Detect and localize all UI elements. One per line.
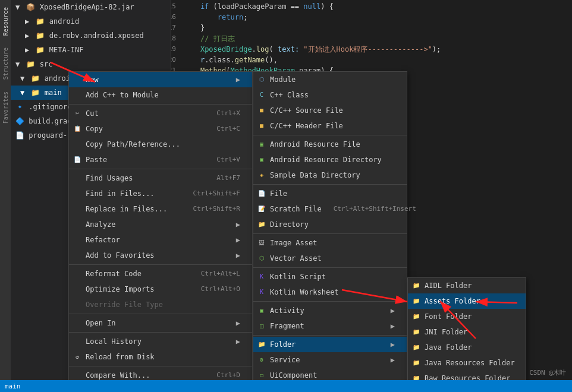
- module-icon: ⬡: [257, 75, 266, 84]
- arrow-icon-analyze: ▶: [236, 219, 240, 230]
- arrow-icon-fragment: ▶: [391, 320, 395, 332]
- menu-item-add-favorites[interactable]: Add to Favorites ▶: [69, 248, 252, 263]
- menu-item-replace-files[interactable]: Replace in Files... Ctrl+Shift+R: [69, 201, 252, 217]
- sample-data-icon: ◈: [257, 170, 266, 180]
- menu-item-find-usages[interactable]: Find Usages Alt+F7: [69, 170, 252, 186]
- arrow-icon-service: ▶: [391, 354, 395, 366]
- folder-arrow-6: ▼: [20, 88, 24, 97]
- fragment-icon: ◫: [257, 321, 266, 331]
- sep-new-4: [253, 267, 407, 268]
- menu-item-analyze[interactable]: Analyze ▶: [69, 217, 252, 232]
- panel-tab-favorites[interactable]: Favorites: [1, 87, 10, 128]
- menu-item-local-history[interactable]: Local History ▶: [69, 334, 252, 349]
- menu-item-add-cpp[interactable]: Add C++ to Module: [69, 87, 252, 103]
- menu-item-open-in[interactable]: Open In ▶: [69, 315, 252, 331]
- aidl-folder-icon: 📁: [411, 281, 421, 290]
- folder-item-java-res[interactable]: 📁 Java Resources Folder: [408, 355, 526, 371]
- paste-icon: 📄: [73, 155, 82, 165]
- menu-item-optimize[interactable]: Optimize Imports Ctrl+Alt+O: [69, 282, 252, 297]
- submenu-item-scratch[interactable]: 📝 Scratch File Ctrl+Alt+Shift+Insert: [253, 201, 407, 217]
- submenu-item-service[interactable]: ⚙ Service ▶: [253, 352, 407, 368]
- cpp-hdr-icon: ■: [257, 121, 266, 131]
- separator-4: [69, 314, 252, 314]
- sep-new-3: [253, 233, 407, 234]
- scratch-icon: 📝: [257, 204, 266, 214]
- submenu-item-activity[interactable]: ▣ Activity ▶: [253, 303, 407, 318]
- submenu-item-cpp-hdr[interactable]: ■ C/C++ Header File: [253, 118, 407, 134]
- status-text: main: [5, 382, 21, 390]
- submenu-folder: 📁 AIDL Folder 📁 Assets Folder 📁 Font Fol…: [407, 277, 526, 392]
- menu-item-paste[interactable]: 📄 Paste Ctrl+V: [69, 152, 252, 167]
- service-icon: ⚙: [257, 355, 266, 365]
- sep-new-6: [253, 335, 407, 336]
- java-res-folder-icon: 📁: [411, 358, 421, 368]
- submenu-new: ⬡ Module C C++ Class ■ C/C++ Source File…: [253, 71, 407, 392]
- android-res-icon: ▣: [257, 140, 266, 149]
- folder-item-font[interactable]: 📁 Font Folder: [408, 309, 526, 324]
- vector-icon: ⬡: [257, 254, 266, 263]
- submenu-item-image-asset[interactable]: 🖼 Image Asset: [253, 235, 407, 251]
- folder-arrow: ▶: [25, 17, 29, 26]
- submenu-item-directory[interactable]: 📁 Directory: [253, 217, 407, 232]
- submenu-item-fragment[interactable]: ◫ Fragment ▶: [253, 318, 407, 334]
- submenu-item-kotlin-script[interactable]: K Kotlin Script: [253, 269, 407, 284]
- menu-item-reformat[interactable]: Reformat Code Ctrl+Alt+L: [69, 266, 252, 282]
- jni-folder-icon: 📁: [411, 327, 421, 337]
- status-bar: main: [0, 380, 572, 392]
- cut-icon: ✂: [73, 109, 82, 118]
- panel-tab-resource[interactable]: Resource: [1, 2, 10, 40]
- jar-icon-2: 📦: [26, 3, 35, 11]
- folder-icon-3: 📁: [36, 46, 45, 54]
- separator-5: [69, 332, 252, 333]
- menu-item-refactor[interactable]: Refactor ▶: [69, 232, 252, 248]
- panel-tabs-left: Resource Structure Favorites: [0, 0, 11, 392]
- submenu-item-sample-data[interactable]: ◈ Sample Data Directory: [253, 167, 407, 183]
- android-resdir-icon: ▣: [257, 155, 266, 165]
- folder-icon-new: 📁: [257, 340, 266, 349]
- folder-arrow-3: ▶: [25, 46, 29, 54]
- menu-item-copy-path[interactable]: Copy Path/Reference...: [69, 137, 252, 152]
- separator-2: [69, 169, 252, 169]
- submenu-item-file[interactable]: 📄 File: [253, 186, 407, 201]
- folder-item-aidl[interactable]: 📁 AIDL Folder: [408, 278, 526, 293]
- folder-arrow-2: ▶: [25, 31, 29, 40]
- sidebar-item-jar[interactable]: ▼ 📦 XposedBridgeApi-82.jar: [11, 0, 171, 14]
- sidebar-item-android[interactable]: ▶ 📁 android: [11, 14, 171, 29]
- submenu-item-kotlin-worksheet[interactable]: K Kotlin Worksheet: [253, 284, 407, 300]
- arrow-icon-folder: ▶: [391, 339, 395, 350]
- folder-icon: 📁: [36, 17, 45, 26]
- font-folder-icon: 📁: [411, 312, 421, 321]
- file-icon-new: 📄: [257, 189, 266, 198]
- menu-item-reload[interactable]: ↺ Reload from Disk: [69, 349, 252, 365]
- ui-icon: ◻: [257, 371, 266, 380]
- folder-item-jni[interactable]: 📁 JNI Folder: [408, 324, 526, 340]
- panel-tab-structure[interactable]: Structure: [1, 43, 10, 84]
- separator-3: [69, 264, 252, 265]
- submenu-item-android-resdir[interactable]: ▣ Android Resource Directory: [253, 152, 407, 167]
- submenu-item-android-res[interactable]: ▣ Android Resource File: [253, 137, 407, 152]
- arrow-icon-activity: ▶: [391, 305, 395, 317]
- submenu-item-cpp-class[interactable]: C C++ Class: [253, 87, 407, 103]
- menu-item-new[interactable]: New ▶: [69, 72, 252, 87]
- sidebar-item-meta[interactable]: ▶ 📁 META-INF: [11, 43, 171, 57]
- folder-item-java[interactable]: 📁 Java Folder: [408, 340, 526, 355]
- folder-arrow-4: ▼: [15, 60, 20, 68]
- java-folder-icon: 📁: [411, 343, 421, 352]
- file-icon: 🔹: [15, 103, 24, 111]
- menu-item-cut[interactable]: ✂ Cut Ctrl+X: [69, 106, 252, 121]
- submenu-item-vector-asset[interactable]: ⬡ Vector Asset: [253, 251, 407, 266]
- submenu-item-cpp-src[interactable]: ■ C/C++ Source File: [253, 103, 407, 118]
- sidebar-item-src[interactable]: ▼ 📁 src: [11, 57, 171, 71]
- folder-icon-5: 📁: [31, 74, 40, 83]
- menu-item-find-files[interactable]: Find in Files... Ctrl+Shift+F: [69, 186, 252, 201]
- menu-item-copy[interactable]: 📋 Copy Ctrl+C: [69, 121, 252, 137]
- folder-icon-6: 📁: [31, 88, 40, 97]
- dir-icon: 📁: [257, 220, 266, 229]
- context-menu: New ▶ Add C++ to Module ✂ Cut Ctrl+X 📋 C…: [68, 71, 253, 392]
- submenu-item-folder[interactable]: 📁 Folder ▶: [253, 337, 407, 352]
- sidebar-item-derobv[interactable]: ▶ 📁 de.robv.android.xposed: [11, 29, 171, 43]
- separator-1: [69, 104, 252, 105]
- folder-item-assets[interactable]: 📁 Assets Folder: [408, 293, 526, 309]
- jar-icon: ▼: [15, 3, 20, 11]
- submenu-item-module[interactable]: ⬡ Module: [253, 72, 407, 87]
